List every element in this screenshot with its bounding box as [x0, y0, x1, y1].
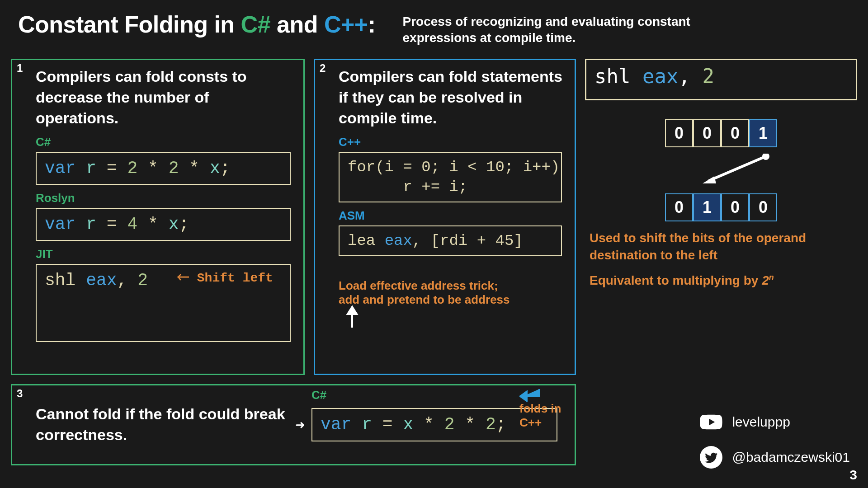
- asm-eax2: eax: [385, 232, 412, 249]
- bit-shift-diagram: 0 0 0 1 0 1 0 0 Used to shift the bits o…: [585, 113, 857, 294]
- label-jit: JIT: [36, 247, 295, 261]
- bit-cell-highlight: 1: [749, 119, 777, 147]
- label-cpp: C++: [339, 135, 566, 149]
- title-suffix: :: [368, 11, 376, 38]
- svg-marker-2: [703, 176, 716, 183]
- arrow-right-icon: ➜: [295, 418, 305, 432]
- label-roslyn: Roslyn: [36, 191, 295, 205]
- code-csharp-original: var r = 2 * 2 * x;: [36, 152, 291, 185]
- shl-exp: n: [769, 273, 774, 282]
- lea-note: Load effective address trick; add and pr…: [339, 279, 566, 307]
- panel-2-text: Compilers can fold statements if they ca…: [339, 66, 566, 129]
- youtube-link[interactable]: leveluppp: [698, 409, 850, 435]
- op-star5: *: [465, 415, 475, 434]
- shl-base: 2: [762, 273, 769, 287]
- lit-2d: 2: [486, 415, 496, 434]
- op-semi3: ;: [496, 415, 506, 434]
- social-links: leveluppp @badamczewski01: [698, 409, 850, 470]
- panel-3-text: Cannot fold if the fold could break corr…: [36, 404, 289, 446]
- code-asm-lea: lea eax, [rdi + 45]: [339, 225, 562, 256]
- page-number: 3: [849, 467, 857, 483]
- op-semi: ;: [220, 159, 231, 178]
- shift-left-annotation: 🡐 Shift left: [177, 270, 273, 286]
- label-csharp: C#: [36, 135, 295, 149]
- shl-two: 2: [702, 65, 714, 88]
- title-csharp: C#: [241, 11, 270, 38]
- bit-cell: 0: [721, 119, 749, 147]
- twitter-icon: [698, 445, 724, 470]
- code-cpp-loop: for(i = 0; i < 10; i++) r += i;: [339, 152, 562, 202]
- shl-comma: ,: [678, 65, 690, 88]
- shift-arrow-icon: [585, 154, 857, 185]
- shl-note-1: Used to shift the bits of the operand de…: [590, 230, 853, 264]
- panel-3: 3 Cannot fold if the fold could break co…: [11, 384, 576, 465]
- op-star2: *: [189, 159, 199, 178]
- shl-note-2a: Equivalent to multiplying by: [590, 273, 762, 287]
- shl-eax: eax: [642, 65, 678, 88]
- shift-left-label: Shift left: [197, 271, 273, 285]
- svg-line-1: [709, 156, 766, 181]
- title-prefix: Constant Folding in: [18, 11, 241, 38]
- asm-comma2: ,: [412, 232, 421, 249]
- op-semi2: ;: [179, 215, 189, 234]
- bit-row-after: 0 1 0 0: [665, 193, 777, 221]
- op-star4: *: [424, 415, 434, 434]
- op-eq: =: [107, 159, 117, 178]
- shl-op: shl: [594, 65, 630, 88]
- panel-1-text: Compilers can fold consts to decrease th…: [36, 66, 295, 129]
- asm-2: 2: [137, 271, 148, 290]
- shl-note-2: Equivalent to multiplying by 2n: [590, 272, 853, 289]
- id-r2: r: [86, 215, 96, 234]
- shl-codebox: shl eax, 2: [585, 59, 857, 100]
- youtube-icon: [698, 409, 724, 435]
- kw-var3: var: [321, 415, 351, 434]
- asm-shl: shl: [45, 271, 75, 290]
- op-star3: *: [148, 215, 158, 234]
- asm-eax: eax: [86, 271, 117, 290]
- title-cpp: C++: [324, 11, 368, 38]
- bit-cell-highlight: 1: [693, 193, 721, 221]
- lit-2a: 2: [127, 159, 137, 178]
- id-x3: x: [403, 415, 413, 434]
- bit-cell: 0: [693, 119, 721, 147]
- kw-var: var: [45, 159, 75, 178]
- lit-2c: 2: [444, 415, 455, 434]
- asm-bracket: [rdi + 45]: [431, 232, 523, 249]
- id-x: x: [210, 159, 220, 178]
- op-eq2: =: [107, 215, 117, 234]
- page-title: Constant Folding in C# and C++:: [18, 11, 376, 38]
- page-subtitle: Process of recognizing and evaluating co…: [403, 11, 692, 47]
- folds-label: folds in C++: [519, 402, 561, 429]
- asm-lea: lea: [348, 232, 375, 249]
- label-asm: ASM: [339, 209, 566, 223]
- lit-2b: 2: [169, 159, 179, 178]
- bit-cell: 0: [721, 193, 749, 221]
- twitter-link[interactable]: @badamczewski01: [698, 445, 850, 470]
- label-csharp-3: C#: [311, 388, 326, 402]
- folds-cpp-annotation: folds in C++: [519, 386, 566, 430]
- id-r3: r: [362, 415, 372, 434]
- op-star: *: [148, 159, 158, 178]
- code-roslyn: var r = 4 * x;: [36, 208, 291, 241]
- header: Constant Folding in C# and C++: Process …: [0, 0, 868, 51]
- twitter-handle: @badamczewski01: [732, 450, 850, 465]
- lit-4: 4: [127, 215, 137, 234]
- bit-row-before: 0 0 0 1: [665, 119, 777, 147]
- kw-var2: var: [45, 215, 75, 234]
- panel-1-number: 1: [17, 62, 23, 75]
- arrow-up-icon: [343, 305, 361, 328]
- panel-2-number: 2: [320, 62, 326, 75]
- panel-3-number: 3: [17, 387, 23, 400]
- panel-2: 2 Compilers can fold statements if they …: [314, 59, 576, 375]
- youtube-handle: leveluppp: [732, 414, 790, 430]
- id-r: r: [86, 159, 96, 178]
- id-x2: x: [169, 215, 179, 234]
- asm-comma: ,: [117, 271, 127, 290]
- bit-cell: 0: [665, 119, 693, 147]
- op-eq3: =: [382, 415, 393, 434]
- title-mid: and: [270, 11, 324, 38]
- bit-cell: 0: [749, 193, 777, 221]
- panel-1: 1 Compilers can fold consts to decrease …: [11, 59, 305, 375]
- code-jit: shl eax, 2 🡐 Shift left: [36, 264, 291, 342]
- bit-cell: 0: [665, 193, 693, 221]
